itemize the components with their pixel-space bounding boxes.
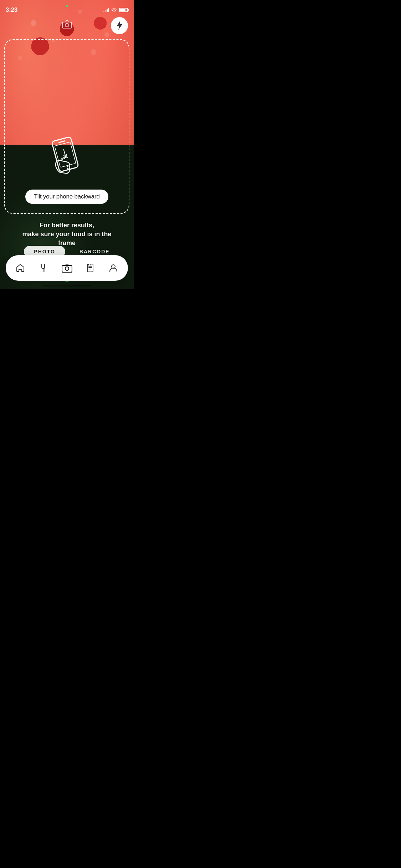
meals-icon — [39, 263, 48, 273]
phone-tilt-illustration — [47, 135, 87, 182]
flash-button[interactable] — [111, 17, 128, 34]
instruction-line2: make sure your food is in the frame — [14, 230, 119, 248]
tilt-instruction-area: Tilt your phone backward — [4, 39, 129, 214]
wifi-icon — [111, 8, 117, 12]
log-icon — [86, 263, 95, 273]
recording-indicator — [66, 5, 68, 7]
instruction-line1: For better results, — [14, 221, 119, 230]
status-time: 3:23 — [6, 6, 17, 14]
tab-bar — [6, 255, 128, 281]
tab-profile[interactable] — [102, 255, 125, 281]
home-icon — [16, 263, 25, 273]
status-icons — [103, 8, 128, 12]
svg-point-1 — [65, 24, 69, 27]
bottom-instruction: For better results, make sure your food … — [0, 221, 134, 248]
tab-meals[interactable] — [32, 255, 55, 281]
signal-icon — [103, 8, 109, 12]
status-bar: 3:23 — [0, 0, 134, 16]
home-indicator — [43, 285, 91, 286]
tab-home[interactable] — [9, 255, 32, 281]
svg-rect-3 — [58, 140, 65, 143]
battery-icon — [119, 8, 128, 12]
switch-camera-icon[interactable] — [62, 20, 72, 30]
profile-icon — [109, 263, 118, 273]
tab-log[interactable] — [78, 255, 102, 281]
tilt-label: Tilt your phone backward — [25, 190, 108, 204]
add-photo-icon — [62, 263, 72, 273]
barcode-mode-button[interactable]: BARCODE — [79, 249, 110, 254]
tab-add-photo[interactable] — [55, 255, 78, 281]
